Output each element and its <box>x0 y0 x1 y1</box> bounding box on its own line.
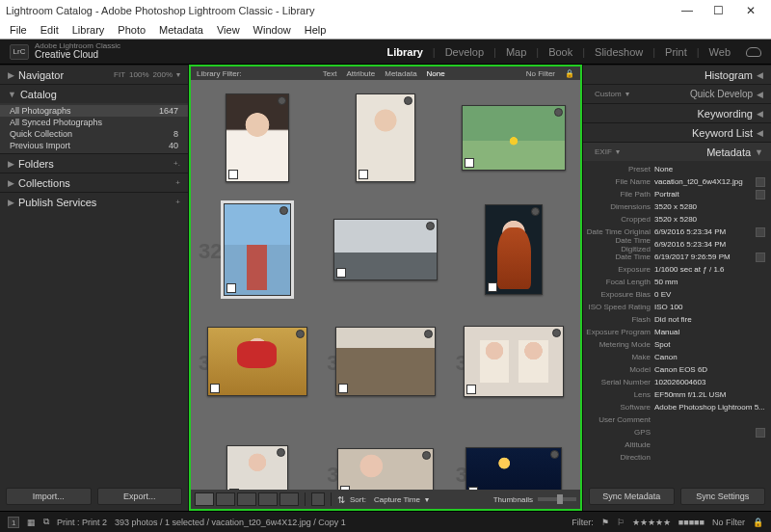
catalog-item[interactable]: Previous Import40 <box>0 140 188 151</box>
catalog-header[interactable]: ▼ Catalog <box>0 84 188 103</box>
metadata-value[interactable]: vacation_t20_6w4X12.jpg <box>654 177 754 186</box>
filter-tab-text[interactable]: Text <box>323 69 337 78</box>
catalog-item[interactable]: Quick Collection8 <box>0 128 188 140</box>
menu-photo[interactable]: Photo <box>112 24 151 36</box>
metadata-value[interactable]: Spot <box>654 340 765 349</box>
flag-filter-icon[interactable]: ⚐ <box>617 518 625 527</box>
menu-window[interactable]: Window <box>248 24 297 36</box>
thumbnail-size-slider[interactable] <box>538 497 576 501</box>
metadata-value[interactable]: 3520 x 5280 <box>654 202 765 211</box>
plus-icon[interactable]: + <box>175 198 180 206</box>
thumbnail[interactable] <box>226 93 289 182</box>
metadata-value[interactable]: ISO 100 <box>654 303 765 311</box>
metadata-value[interactable]: 102026004603 <box>654 378 765 386</box>
navigator-header[interactable]: ▶ Navigator FIT 100% 200% ▾ <box>0 65 188 84</box>
plus-icon[interactable]: + <box>175 178 180 187</box>
folders-header[interactable]: ▶ Folders +. <box>0 153 188 173</box>
thumbnail[interactable] <box>226 445 288 490</box>
goto-icon[interactable] <box>756 428 765 438</box>
filter-preset[interactable]: No Filter <box>526 69 555 78</box>
view-survey-button[interactable] <box>258 492 278 506</box>
second-window-icon[interactable]: ⧉ <box>43 517 49 527</box>
grid-cell[interactable] <box>323 196 447 304</box>
metadata-value[interactable]: 6/19/2017 9:26:59 PM <box>654 253 754 261</box>
flag-filter-icon[interactable]: ⚑ <box>601 518 609 527</box>
grid-cell[interactable] <box>452 196 576 304</box>
menu-file[interactable]: File <box>4 24 33 36</box>
maximize-button[interactable]: ☐ <box>705 4 733 17</box>
thumbnail[interactable] <box>485 204 543 295</box>
metadata-value[interactable]: Portrait <box>654 190 754 199</box>
filter-tab-attribute[interactable]: Attribute <box>346 69 375 78</box>
sort-dropdown[interactable]: Capture Time <box>374 495 420 504</box>
grid-cell[interactable] <box>323 84 447 192</box>
keywording-header[interactable]: Keywording ◀ <box>583 103 771 122</box>
metadata-header[interactable]: EXIF ▾ Metadata ▼ <box>583 142 771 161</box>
metadata-value[interactable]: Manual <box>654 328 765 336</box>
grid-cell[interactable]: 39 <box>452 419 576 490</box>
thumbnail[interactable] <box>224 203 291 296</box>
minimize-button[interactable]: — <box>673 4 702 17</box>
import-button[interactable]: Import... <box>6 488 92 505</box>
module-map[interactable]: Map <box>500 46 532 58</box>
grid-cell[interactable]: 34 <box>195 307 319 415</box>
menu-library[interactable]: Library <box>66 24 111 36</box>
filter-preset-dropdown[interactable]: No Filter <box>712 518 745 527</box>
painter-button[interactable] <box>311 492 325 506</box>
sync-metadata-button[interactable]: Sync Metadata <box>589 488 675 505</box>
goto-icon[interactable] <box>756 190 765 200</box>
catalog-item[interactable]: All Photographs1647 <box>0 105 188 117</box>
thumbnail[interactable] <box>335 327 436 396</box>
module-print[interactable]: Print <box>659 46 693 58</box>
catalog-item[interactable]: All Synced Photographs <box>0 117 188 128</box>
thumbnail[interactable] <box>333 219 438 280</box>
thumbnail[interactable] <box>337 448 434 490</box>
metadata-value[interactable]: Adobe Photoshop Lightroom 5... <box>654 403 765 412</box>
cloud-sync-icon[interactable] <box>746 47 761 57</box>
goto-icon[interactable] <box>756 227 765 237</box>
menu-edit[interactable]: Edit <box>35 24 65 36</box>
goto-icon[interactable] <box>756 253 765 262</box>
metadata-value[interactable]: EF50mm f/1.2L USM <box>654 390 765 399</box>
goto-icon[interactable] <box>756 177 765 187</box>
view-loupe-button[interactable] <box>216 492 235 506</box>
grid-cell[interactable] <box>195 84 319 192</box>
grid-cell[interactable]: 36 <box>452 307 576 415</box>
metadata-value[interactable]: 50 mm <box>654 278 765 286</box>
thumbnail[interactable] <box>465 447 562 490</box>
histogram-header[interactable]: Histogram ◀ <box>583 65 771 84</box>
thumbnail[interactable] <box>462 105 566 171</box>
lock-icon[interactable]: 🔒 <box>753 518 763 527</box>
filmstrip-toggle-icon[interactable]: ▦ <box>27 518 36 527</box>
keywordlist-header[interactable]: Keyword List ◀ <box>583 122 771 142</box>
collections-header[interactable]: ▶ Collections + <box>0 173 188 192</box>
metadata-value[interactable]: 6/9/2016 5:23:34 PM <box>654 227 754 236</box>
view-grid-button[interactable] <box>195 492 214 506</box>
grid-cell[interactable]: 35 <box>323 307 447 415</box>
sync-settings-button[interactable]: Sync Settings <box>680 488 766 505</box>
module-library[interactable]: Library <box>382 46 429 58</box>
quickdev-header[interactable]: Custom ▾ Quick Develop ◀ <box>583 84 771 103</box>
plus-icon[interactable]: +. <box>173 159 180 168</box>
chevron-down-icon[interactable]: ▾ <box>176 70 180 79</box>
module-slideshow[interactable]: Slideshow <box>589 46 649 58</box>
thumbnail[interactable] <box>356 93 415 182</box>
grid-cell[interactable]: 32 <box>195 196 319 304</box>
close-button[interactable]: ✕ <box>736 4 765 17</box>
view-people-button[interactable] <box>279 492 299 506</box>
menu-metadata[interactable]: Metadata <box>153 24 209 36</box>
thumbnail[interactable] <box>207 327 307 396</box>
thumbnail-grid[interactable]: 323435363839 <box>189 80 582 490</box>
publish-header[interactable]: ▶ Publish Services + <box>0 192 188 211</box>
metadata-value[interactable]: 1/1600 sec at ƒ / 1.6 <box>654 265 765 274</box>
export-button[interactable]: Export... <box>97 488 183 505</box>
thumbnail[interactable] <box>464 326 564 397</box>
metadata-value[interactable]: Canon EOS 6D <box>654 365 765 374</box>
grid-cell[interactable] <box>452 84 576 192</box>
filter-tab-metadata[interactable]: Metadata <box>385 69 416 78</box>
grid-cell[interactable]: 38 <box>323 419 447 490</box>
color-filter[interactable]: ■■■■■ <box>678 518 705 527</box>
rating-filter[interactable]: ★★★★★ <box>632 518 671 527</box>
lock-icon[interactable]: 🔒 <box>565 69 574 78</box>
sort-direction-icon[interactable]: ⇅ <box>337 494 345 505</box>
